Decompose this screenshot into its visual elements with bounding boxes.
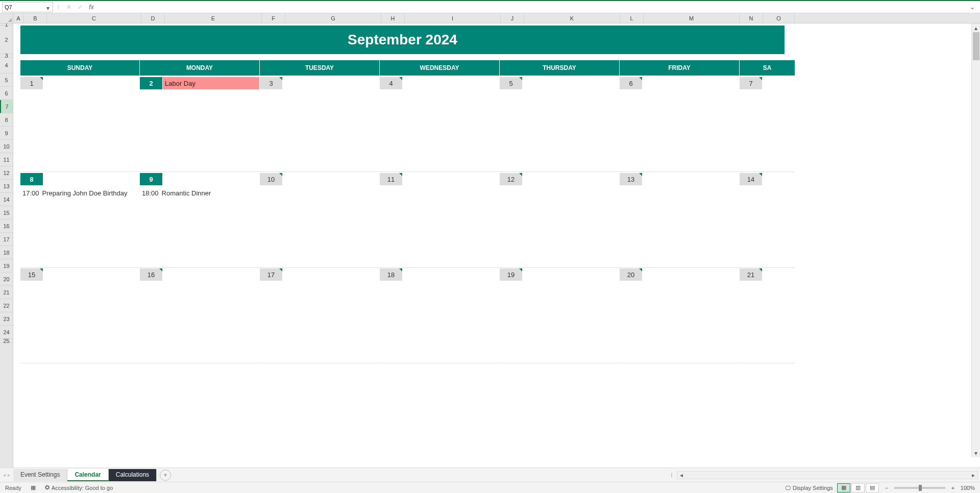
column-header-H[interactable]: H: [381, 13, 405, 23]
display-settings-icon[interactable]: 🖵: [785, 485, 791, 491]
calendar-day-17[interactable]: 17: [260, 268, 379, 363]
tab-first-icon[interactable]: ◂: [3, 472, 6, 478]
select-all-button[interactable]: [0, 13, 13, 23]
formula-expand-icon[interactable]: ⌄: [968, 3, 977, 12]
day-body[interactable]: [380, 185, 499, 267]
row-header-19[interactable]: 19: [0, 259, 13, 273]
column-header-C[interactable]: C: [47, 13, 141, 23]
vertical-scrollbar[interactable]: ▴ ▾: [971, 23, 980, 457]
add-sheet-button[interactable]: +: [160, 470, 171, 481]
accessibility-label[interactable]: Accessibility: Good to go: [52, 485, 113, 491]
day-body[interactable]: [20, 281, 139, 363]
row-header-6[interactable]: 6: [0, 87, 13, 100]
column-header-I[interactable]: I: [405, 13, 501, 23]
tab-prev-icon[interactable]: ▸: [8, 472, 10, 478]
calendar-day-12[interactable]: 12: [500, 172, 619, 268]
calendar-event[interactable]: 17:00Preparing John Doe Birthday: [22, 189, 137, 197]
day-body[interactable]: [620, 185, 739, 267]
calendar-day-2[interactable]: 2: [140, 77, 259, 172]
view-normal-button[interactable]: ▦: [837, 483, 850, 492]
view-page-break-button[interactable]: ▤: [866, 483, 879, 492]
row-header-10[interactable]: 10: [0, 140, 13, 153]
day-body[interactable]: [620, 89, 739, 171]
row-header-24[interactable]: 24: [0, 326, 13, 339]
row-header-4[interactable]: 4: [0, 58, 13, 73]
view-page-layout-button[interactable]: ▥: [851, 483, 865, 492]
column-header-D[interactable]: D: [141, 13, 165, 23]
day-body[interactable]: [140, 281, 259, 363]
calendar-day-9[interactable]: 918:00Romantic Dinner: [140, 172, 259, 268]
scroll-down-icon[interactable]: ▾: [972, 449, 980, 457]
zoom-level[interactable]: 100%: [961, 485, 975, 491]
recorder-icon[interactable]: ▦: [31, 484, 36, 491]
row-header-13[interactable]: 13: [0, 180, 13, 193]
calendar-day-5[interactable]: 5: [500, 77, 619, 172]
row-header-7[interactable]: 7: [0, 100, 13, 113]
row-header-2[interactable]: 2: [0, 26, 13, 54]
calendar-day-15[interactable]: 15: [20, 268, 139, 363]
scroll-right-icon[interactable]: ▸: [969, 472, 977, 479]
scroll-up-icon[interactable]: ▴: [972, 23, 980, 32]
day-body[interactable]: [260, 89, 379, 171]
row-header-8[interactable]: 8: [0, 113, 13, 127]
row-header-12[interactable]: 12: [0, 166, 13, 180]
row-header-18[interactable]: 18: [0, 246, 13, 259]
day-body[interactable]: [380, 281, 499, 363]
sheet-tab-calendar[interactable]: Calendar: [67, 469, 108, 481]
accessibility-icon[interactable]: ✪: [45, 484, 50, 491]
formula-input[interactable]: [97, 2, 968, 12]
day-body[interactable]: [380, 89, 499, 171]
zoom-slider[interactable]: [894, 487, 945, 489]
day-body[interactable]: [620, 281, 739, 363]
column-header-M[interactable]: M: [644, 13, 740, 23]
day-body[interactable]: [260, 281, 379, 363]
row-header-11[interactable]: 11: [0, 153, 13, 166]
row-header-16[interactable]: 16: [0, 219, 13, 233]
zoom-thumb[interactable]: [919, 485, 922, 491]
column-header-G[interactable]: G: [285, 13, 381, 23]
row-header-15[interactable]: 15: [0, 206, 13, 219]
day-body[interactable]: [740, 89, 795, 171]
row-header-3[interactable]: 3: [0, 54, 13, 58]
calendar-day-11[interactable]: 11: [380, 172, 499, 268]
row-header-14[interactable]: 14: [0, 193, 13, 206]
name-box[interactable]: ▾: [2, 2, 53, 12]
calendar-day-18[interactable]: 18: [380, 268, 499, 363]
horizontal-scroll-thumb[interactable]: [685, 472, 969, 479]
day-body[interactable]: 17:00Preparing John Doe Birthday: [20, 185, 139, 267]
calendar-day-7[interactable]: 7: [740, 77, 795, 172]
calendar-event[interactable]: 18:00Romantic Dinner: [142, 189, 257, 197]
row-header-22[interactable]: 22: [0, 299, 13, 312]
calendar-day-10[interactable]: 10: [260, 172, 379, 268]
name-box-input[interactable]: [5, 4, 51, 10]
cells-area[interactable]: September 2024SUNDAYMONDAYTUESDAYWEDNESD…: [13, 23, 980, 467]
row-header-20[interactable]: 20: [0, 273, 13, 286]
column-header-E[interactable]: E: [165, 13, 262, 23]
horizontal-scrollbar[interactable]: ◂ ▸: [677, 471, 978, 479]
row-header-17[interactable]: 17: [0, 233, 13, 246]
calendar-day-6[interactable]: 6: [620, 77, 739, 172]
calendar-day-1[interactable]: 1: [20, 77, 139, 172]
day-body[interactable]: [500, 281, 619, 363]
day-body[interactable]: [500, 89, 619, 171]
column-header-L[interactable]: L: [620, 13, 644, 23]
column-header-O[interactable]: O: [763, 13, 795, 23]
day-body[interactable]: 18:00Romantic Dinner: [140, 185, 259, 267]
vertical-scroll-thumb[interactable]: [973, 32, 979, 60]
calendar-day-21[interactable]: 21: [740, 268, 795, 363]
day-body[interactable]: [20, 89, 139, 171]
zoom-out-button[interactable]: −: [883, 485, 890, 491]
column-header-F[interactable]: F: [262, 13, 285, 23]
calendar-day-8[interactable]: 817:00Preparing John Doe Birthday: [20, 172, 139, 268]
calendar-day-3[interactable]: 3: [260, 77, 379, 172]
column-header-K[interactable]: K: [524, 13, 620, 23]
sheet-tab-calculations[interactable]: Calculations: [109, 469, 157, 481]
column-header-J[interactable]: J: [501, 13, 524, 23]
name-box-dropdown-icon[interactable]: ▾: [46, 5, 52, 10]
row-header-21[interactable]: 21: [0, 286, 13, 299]
sheet-tab-event-settings[interactable]: Event Settings: [13, 469, 67, 481]
column-header-N[interactable]: N: [740, 13, 763, 23]
day-body[interactable]: [740, 281, 795, 363]
day-body[interactable]: [260, 185, 379, 267]
row-header-9[interactable]: 9: [0, 127, 13, 140]
